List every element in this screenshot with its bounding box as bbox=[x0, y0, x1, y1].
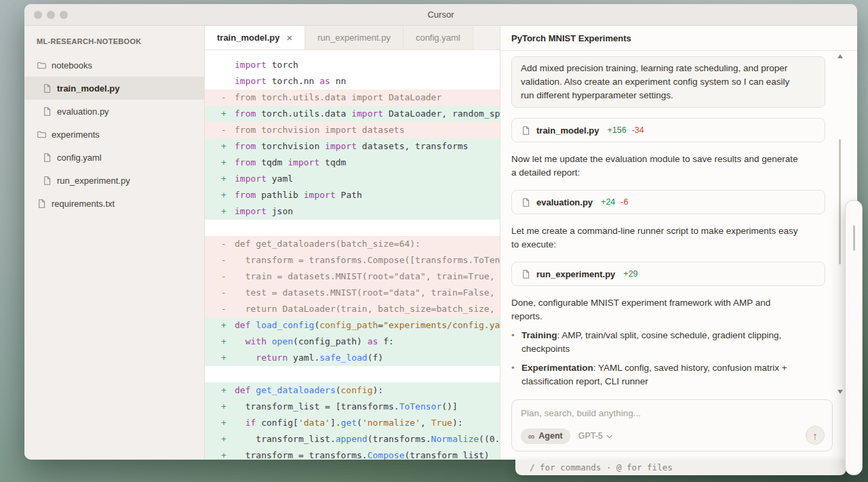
chat-composer: ∞ Agent GPT-5 ↑ bbox=[511, 399, 833, 452]
model-selector[interactable]: GPT-5 bbox=[578, 431, 611, 441]
diff-added-count: +24 bbox=[601, 197, 615, 207]
chat-input[interactable] bbox=[521, 407, 823, 419]
sidebar-item-run_experiment.py[interactable]: run_experiment.py bbox=[24, 169, 204, 192]
code-line: - train = datasets.MNIST(root="data", tr… bbox=[205, 268, 500, 285]
scroll-down-icon[interactable] bbox=[837, 390, 843, 394]
code-text: def load_config(config_path="experiments… bbox=[235, 317, 500, 334]
code-editor[interactable]: import torchimport torch.nn as nn-from t… bbox=[205, 50, 500, 460]
diff-marker: + bbox=[205, 317, 235, 334]
file-chip-run_experiment.py[interactable]: run_experiment.py+29 bbox=[511, 262, 825, 286]
diff-marker: + bbox=[205, 106, 235, 122]
diff-added-count: +156 bbox=[607, 125, 626, 135]
code-line: +import yaml bbox=[205, 171, 500, 187]
panel-scrollbar[interactable] bbox=[853, 225, 855, 251]
tab-label: config.yaml bbox=[416, 33, 460, 43]
desktop: Cursor ML-RESEARCH-NOTEBOOK notebookstra… bbox=[0, 0, 868, 482]
code-text: return yaml.safe_load(f) bbox=[235, 350, 383, 366]
code-line: + transform_list = [transforms.ToTensor(… bbox=[205, 399, 500, 415]
diff-marker: + bbox=[205, 334, 235, 350]
diff-marker: - bbox=[205, 236, 235, 252]
chat-title: PyTorch MNIST Experiments bbox=[500, 26, 857, 51]
code-line: import torch bbox=[205, 57, 500, 73]
scroll-up-icon[interactable] bbox=[837, 54, 843, 58]
user-message-text: Add mixed precision training, learning r… bbox=[521, 62, 800, 102]
diff-marker: - bbox=[205, 301, 235, 317]
sidebar-item-experiments[interactable]: experiments bbox=[24, 123, 204, 146]
code-text: return DataLoader(train, batch_size=batc… bbox=[235, 301, 500, 317]
code-line: - test = datasets.MNIST(root="data", tra… bbox=[205, 285, 500, 301]
tab-run_experiment.py[interactable]: run_experiment.py bbox=[305, 26, 403, 49]
window-title: Cursor bbox=[427, 9, 454, 20]
agent-mode-pill[interactable]: ∞ Agent bbox=[521, 428, 570, 444]
maximize-button[interactable] bbox=[60, 11, 68, 19]
tab-config.yaml[interactable]: config.yaml bbox=[403, 26, 473, 49]
file-chip-name: run_experiment.py bbox=[536, 269, 615, 279]
minimize-button[interactable] bbox=[47, 11, 55, 19]
code-line: +from torchvision import datasets, trans… bbox=[205, 138, 500, 155]
sidebar-item-config.yaml[interactable]: config.yaml bbox=[24, 146, 204, 169]
cursor-window: Cursor ML-RESEARCH-NOTEBOOK notebookstra… bbox=[24, 4, 857, 460]
code-line: -from torch.utils.data import DataLoader bbox=[205, 89, 500, 106]
diff-marker: - bbox=[205, 89, 235, 106]
diff-added-count: +29 bbox=[623, 269, 637, 279]
composer-hint-bar: / for commands · @ for files bbox=[515, 460, 846, 475]
user-message: Add mixed precision training, learning r… bbox=[511, 56, 825, 108]
bullet-item: •Training: AMP, train/val split, cosine … bbox=[511, 329, 825, 356]
code-line bbox=[205, 366, 500, 382]
sidebar-item-label: experiments bbox=[52, 129, 100, 140]
sidebar-item-requirements.txt[interactable]: requirements.txt bbox=[24, 192, 204, 215]
code-text: transform_list = [transforms.ToTensor()] bbox=[235, 399, 458, 415]
diff-marker bbox=[205, 366, 235, 382]
file-chip-evaluation.py[interactable]: evaluation.py+24-6 bbox=[511, 190, 825, 214]
code-line: - transform = transforms.Compose([transf… bbox=[205, 252, 500, 268]
file-icon bbox=[42, 83, 52, 94]
code-line: +import json bbox=[205, 203, 500, 220]
sidebar-item-evaluation.py[interactable]: evaluation.py bbox=[24, 100, 204, 123]
sidebar-item-train_model.py[interactable]: train_model.py bbox=[24, 77, 204, 100]
sidebar-item-notebooks[interactable]: notebooks bbox=[24, 54, 204, 77]
file-chip-train_model.py[interactable]: train_model.py+156-34 bbox=[511, 118, 825, 142]
close-button[interactable] bbox=[34, 11, 42, 19]
code-line: +from pathlib import Path bbox=[205, 187, 500, 203]
code-line: + return yaml.safe_load(f) bbox=[205, 350, 500, 366]
sidebar-item-label: evaluation.py bbox=[57, 106, 109, 117]
diff-removed-count: -34 bbox=[632, 125, 644, 135]
code-line: + if config['data'].get('normalize', Tru… bbox=[205, 415, 500, 431]
code-text: import json bbox=[235, 203, 293, 220]
sidebar-item-label: run_experiment.py bbox=[57, 176, 130, 186]
bullet-dot: • bbox=[511, 361, 521, 388]
diff-marker: + bbox=[205, 171, 235, 187]
traffic-lights bbox=[34, 11, 68, 19]
project-name: ML-RESEARCH-NOTEBOOK bbox=[24, 30, 204, 54]
bullet-item: •Experimentation: YAML config, saved his… bbox=[511, 361, 825, 388]
code-line: +def load_config(config_path="experiment… bbox=[205, 317, 500, 334]
hint-text: / for commands · @ for files bbox=[530, 462, 673, 473]
file-icon bbox=[521, 269, 531, 279]
code-line: -from torchvision import datasets bbox=[205, 122, 500, 138]
folder-icon bbox=[37, 60, 47, 71]
code-text: transform = transforms.Compose([transfor… bbox=[235, 252, 500, 268]
tab-train_model.py[interactable]: train_model.py× bbox=[205, 26, 305, 49]
floating-panel-edge bbox=[845, 200, 863, 475]
chat-scrollbar[interactable] bbox=[839, 139, 841, 264]
diff-marker: + bbox=[205, 155, 235, 171]
infinity-icon: ∞ bbox=[528, 431, 534, 441]
ai-chat-panel: PyTorch MNIST Experiments Add mixed prec… bbox=[500, 26, 857, 460]
diff-marker: - bbox=[205, 268, 235, 285]
code-line: + transform_list.append(transforms.Norma… bbox=[205, 431, 500, 447]
code-line: - return DataLoader(train, batch_size=ba… bbox=[205, 301, 500, 317]
bullet-text: Experimentation: YAML config, saved hist… bbox=[521, 361, 814, 388]
diff-marker: + bbox=[205, 187, 235, 203]
code-line: +from torch.utils.data import DataLoader… bbox=[205, 106, 500, 122]
tab-label: train_model.py bbox=[217, 33, 279, 43]
file-icon bbox=[42, 106, 52, 117]
diff-marker: + bbox=[205, 431, 235, 447]
close-tab-icon[interactable]: × bbox=[286, 33, 292, 43]
code-text: def get_dataloaders(batch_size=64): bbox=[235, 236, 420, 252]
agent-mode-label: Agent bbox=[538, 431, 562, 441]
file-chip-name: evaluation.py bbox=[536, 197, 593, 207]
code-text: def get_dataloaders(config): bbox=[235, 382, 383, 399]
code-text: from torchvision import datasets bbox=[235, 122, 404, 138]
editor-column: train_model.py×run_experiment.pyconfig.y… bbox=[205, 26, 500, 460]
send-button[interactable]: ↑ bbox=[806, 426, 825, 445]
